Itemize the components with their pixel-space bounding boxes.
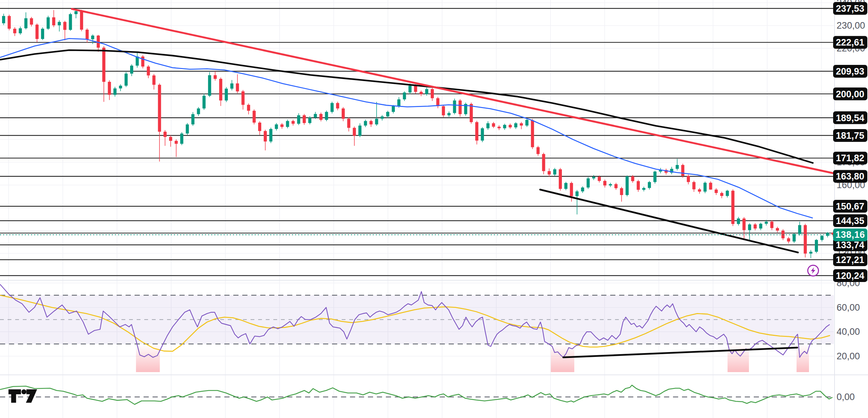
rsi-oversold-zone xyxy=(136,344,160,372)
lightning-icon[interactable] xyxy=(807,264,820,277)
price-level-badge-label: 120,24 xyxy=(836,271,865,281)
price-level-badge-label: 150,67 xyxy=(836,201,865,212)
price-level-badge-label: 163,80 xyxy=(836,171,865,182)
moving-averages-layer xyxy=(0,39,813,218)
current-price-badge[interactable]: 138,16 xyxy=(833,229,867,241)
oscillator-layer xyxy=(0,385,832,405)
price-level-badge-label: 189,54 xyxy=(836,113,865,123)
price-level-badge-label: 222,61 xyxy=(836,37,865,48)
price-level-badge-label: 200,00 xyxy=(836,89,865,99)
price-level-badge-label: 144,35 xyxy=(836,216,865,226)
axis-tick-label[interactable]: 20,00 xyxy=(837,351,860,361)
price-axis-layer: 240,00230,00220,00170,00160,00130,0080,0… xyxy=(833,0,867,402)
rsi-oversold-zone xyxy=(797,344,809,372)
rsi-divergence-trendline xyxy=(563,348,797,357)
chart-canvas[interactable]: 240,00230,00220,00170,00160,00130,0080,0… xyxy=(0,0,868,418)
axis-tick-label[interactable]: 230,00 xyxy=(837,20,865,31)
price-level-badge-label: 127,21 xyxy=(836,255,865,265)
price-level-badge-label: 133,74 xyxy=(836,240,865,250)
price-level-badge-label: 237,53 xyxy=(836,3,865,14)
price-level-badge-label: 209,93 xyxy=(836,66,865,77)
price-level-badge-label: 171,82 xyxy=(836,153,865,163)
oscillator-line xyxy=(0,385,832,405)
axis-tick-label[interactable]: 40,00 xyxy=(837,327,860,337)
axis-tick-label[interactable]: 60,00 xyxy=(837,302,860,313)
rsi-band-layer xyxy=(0,295,834,372)
axis-tick-label[interactable]: 0,00 xyxy=(837,392,855,402)
price-level-badge-label: 181,75 xyxy=(836,130,865,141)
rsi-oversold-zone xyxy=(728,344,749,372)
tradingview-logo-icon[interactable] xyxy=(8,389,37,405)
chart-root: { "colors":{"up":"#089981","down":"#f236… xyxy=(0,0,868,418)
grid-layer xyxy=(0,0,834,418)
blue-ma xyxy=(0,39,813,218)
descending-resistance-trendline xyxy=(72,9,835,174)
